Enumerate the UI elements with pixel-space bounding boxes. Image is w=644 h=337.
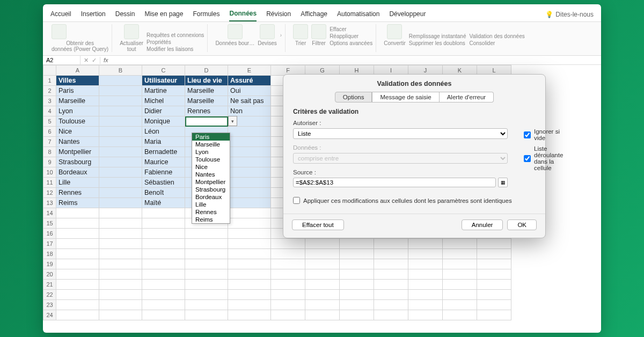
row-header-13[interactable]: 13 (43, 198, 56, 208)
cell-B15[interactable] (99, 218, 142, 229)
cell-E13[interactable] (228, 198, 271, 208)
cell-H22[interactable] (340, 290, 374, 300)
ribbon-tab-accueil[interactable]: Accueil (50, 8, 71, 21)
dialog-tab[interactable]: Message de saisie (372, 92, 439, 102)
cell-D1[interactable]: Lieu de vie (185, 76, 228, 86)
row-header-2[interactable]: 2 (43, 86, 56, 96)
validation-dropdown[interactable]: ParisMarseilleLyonToulouseNiceNantesMont… (192, 133, 230, 224)
name-box[interactable]: A2 (43, 56, 80, 64)
cell-E10[interactable] (228, 167, 271, 178)
source-range-button[interactable]: ▦ (498, 178, 508, 187)
cell-H23[interactable] (340, 300, 374, 310)
cell-B9[interactable] (99, 157, 142, 167)
cell-H20[interactable] (340, 269, 374, 280)
cell-B11[interactable] (99, 178, 142, 188)
dropdown-item[interactable]: Lyon (192, 148, 230, 156)
filter-icon[interactable] (311, 24, 326, 39)
cell-C6[interactable]: Léon (142, 127, 185, 137)
cell-J17[interactable] (408, 239, 443, 249)
ok-button[interactable]: OK (507, 219, 537, 230)
cell-C3[interactable]: Michel (142, 96, 185, 106)
cell-H19[interactable] (340, 259, 374, 269)
cell-D19[interactable] (185, 259, 228, 269)
cell-K18[interactable] (443, 249, 477, 259)
dropdown-item[interactable]: Rennes (192, 208, 230, 216)
sort-icon[interactable] (293, 24, 308, 39)
cell-A3[interactable]: Marseille (56, 96, 99, 106)
cell-E22[interactable] (228, 290, 271, 300)
row-header-8[interactable]: 8 (43, 147, 56, 157)
dropdown-item[interactable]: Lille (192, 201, 230, 208)
cell-B5[interactable] (99, 116, 142, 127)
cell-L17[interactable] (477, 239, 511, 249)
cell-B13[interactable] (99, 198, 142, 208)
cell-C7[interactable]: Maria (142, 137, 185, 147)
cell-H24[interactable] (340, 310, 374, 320)
row-header-7[interactable]: 7 (43, 137, 56, 147)
cell-B14[interactable] (99, 208, 142, 218)
ribbon-cmd[interactable]: Modifier les liaisons (147, 46, 204, 52)
convert-icon[interactable] (387, 24, 402, 39)
cell-H21[interactable] (340, 280, 374, 290)
row-header-20[interactable]: 20 (43, 269, 56, 280)
dropdown-button[interactable]: ▾ (228, 116, 237, 126)
cell-F18[interactable] (271, 249, 305, 259)
cell-E21[interactable] (228, 280, 271, 290)
cell-F19[interactable] (271, 259, 305, 269)
cell-C19[interactable] (142, 259, 185, 269)
cell-B8[interactable] (99, 147, 142, 157)
row-header-16[interactable]: 16 (43, 229, 56, 239)
cell-C8[interactable]: Bernadette (142, 147, 185, 157)
dropdown-item[interactable]: Nantes (192, 171, 230, 178)
cell-J22[interactable] (408, 290, 443, 300)
cell-B20[interactable] (99, 269, 142, 280)
cell-A18[interactable] (56, 249, 99, 259)
get-data-icon[interactable] (52, 24, 67, 39)
row-header-5[interactable]: 5 (43, 116, 56, 127)
row-header-19[interactable]: 19 (43, 259, 56, 269)
cell-A23[interactable] (56, 300, 99, 310)
row-header-6[interactable]: 6 (43, 127, 56, 137)
cell-E24[interactable] (228, 310, 271, 320)
cell-A19[interactable] (56, 259, 99, 269)
col-header-B[interactable]: B (99, 65, 142, 76)
cell-C20[interactable] (142, 269, 185, 280)
cell-A24[interactable] (56, 310, 99, 320)
cell-C22[interactable] (142, 290, 185, 300)
cell-C13[interactable]: Maïté (142, 198, 185, 208)
cell-G23[interactable] (305, 300, 340, 310)
dialog-tab[interactable]: Alerte d'erreur (440, 92, 494, 102)
row-header-1[interactable]: 1 (43, 76, 56, 86)
row-header-9[interactable]: 9 (43, 157, 56, 167)
cell-I21[interactable] (374, 280, 408, 290)
cell-C14[interactable] (142, 208, 185, 218)
cell-D18[interactable] (185, 249, 228, 259)
cell-C15[interactable] (142, 218, 185, 229)
cell-E18[interactable] (228, 249, 271, 259)
cell-B1[interactable] (99, 76, 142, 86)
cell-A20[interactable] (56, 269, 99, 280)
cell-D23[interactable] (185, 300, 228, 310)
cell-F22[interactable] (271, 290, 305, 300)
ribbon-cmd[interactable]: Propriétés (147, 39, 204, 45)
cell-D22[interactable] (185, 290, 228, 300)
cell-K22[interactable] (443, 290, 477, 300)
cell-E6[interactable] (228, 127, 271, 137)
dropdown-item[interactable]: Nice (192, 163, 230, 171)
ribbon-tab-affichage[interactable]: Affichage (301, 8, 327, 21)
cell-K20[interactable] (443, 269, 477, 280)
allow-select[interactable]: Liste (293, 128, 508, 139)
confirm-icon[interactable]: ✓ (92, 57, 97, 64)
cell-D2[interactable]: Marseille (185, 86, 228, 96)
cell-B10[interactable] (99, 167, 142, 178)
cell-B4[interactable] (99, 106, 142, 116)
row-header-22[interactable]: 22 (43, 290, 56, 300)
ribbon-tab-données[interactable]: Données (229, 8, 257, 21)
row-header-24[interactable]: 24 (43, 310, 56, 320)
cell-B7[interactable] (99, 137, 142, 147)
cell-E3[interactable]: Ne sait pas (228, 96, 271, 106)
col-header-C[interactable]: C (142, 65, 185, 76)
cell-J24[interactable] (408, 310, 443, 320)
cell-C12[interactable]: Benoît (142, 188, 185, 198)
row-header-17[interactable]: 17 (43, 239, 56, 249)
